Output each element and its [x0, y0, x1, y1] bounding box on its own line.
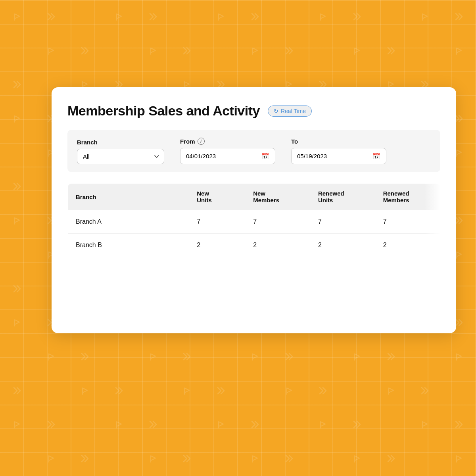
watermark-cell: [136, 340, 170, 374]
refresh-icon: ↻: [274, 108, 278, 114]
watermark-cell: [374, 0, 408, 34]
watermark-cell: [136, 0, 170, 34]
watermark-cell: [0, 204, 34, 238]
watermark-cell: [204, 442, 238, 476]
watermark-cell: [170, 408, 204, 442]
watermark-cell: [272, 442, 306, 476]
to-date-input[interactable]: 05/19/2023 📅: [291, 148, 386, 164]
watermark-cell: [136, 442, 170, 476]
watermark-cell: [0, 102, 34, 136]
watermark-cell: [204, 374, 238, 408]
watermark-cell: [340, 442, 374, 476]
from-filter-group: From i 04/01/2023 📅: [180, 138, 275, 164]
cell-branch-a-renewed-members: 7: [375, 210, 440, 234]
real-time-button[interactable]: ↻ Real Time: [268, 106, 312, 117]
watermark-cell: [340, 374, 374, 408]
watermark-cell: [204, 0, 238, 34]
cell-branch-b-renewed-members: 2: [375, 234, 440, 257]
watermark-cell: [272, 340, 306, 374]
watermark-cell: [306, 0, 340, 34]
watermark-cell: [34, 34, 68, 68]
watermark-cell: [68, 340, 102, 374]
watermark-cell: [68, 408, 102, 442]
from-calendar-icon: 📅: [261, 152, 269, 160]
watermark-cell: [340, 0, 374, 34]
data-table: Branch New Units New Members Renewed Uni…: [67, 183, 440, 257]
watermark-cell: [442, 34, 476, 68]
cell-branch-a: Branch A: [68, 210, 189, 234]
watermark-cell: [0, 170, 34, 204]
watermark-cell: [204, 340, 238, 374]
filters-section: Branch All Branch A Branch B From i 04/0…: [67, 130, 440, 172]
table-body: Branch A 7 7 7 7 Branch B 2 2 2 2: [68, 210, 440, 257]
watermark-cell: [102, 340, 136, 374]
watermark-cell: [374, 374, 408, 408]
watermark-cell: [374, 442, 408, 476]
watermark-cell: [68, 0, 102, 34]
watermark-cell: [68, 374, 102, 408]
cell-branch-b: Branch B: [68, 234, 189, 257]
watermark-cell: [306, 340, 340, 374]
watermark-cell: [0, 136, 34, 170]
watermark-cell: [0, 272, 34, 306]
table-row: Branch B 2 2 2 2: [68, 234, 440, 257]
watermark-cell: [0, 68, 34, 102]
watermark-cell: [238, 408, 272, 442]
watermark-cell: [0, 340, 34, 374]
watermark-cell: [442, 374, 476, 408]
watermark-cell: [0, 442, 34, 476]
watermark-cell: [442, 408, 476, 442]
watermark-cell: [238, 374, 272, 408]
watermark-cell: [340, 340, 374, 374]
col-header-renewed-units: Renewed Units: [310, 184, 375, 210]
watermark-cell: [34, 408, 68, 442]
watermark-cell: [306, 34, 340, 68]
watermark-cell: [0, 374, 34, 408]
watermark-cell: [0, 408, 34, 442]
watermark-cell: [306, 374, 340, 408]
watermark-cell: [408, 0, 442, 34]
watermark-cell: [306, 442, 340, 476]
watermark-cell: [272, 374, 306, 408]
table-row: Branch A 7 7 7 7: [68, 210, 440, 234]
col-header-renewed-members: Renewed Members: [375, 184, 440, 210]
watermark-cell: [408, 34, 442, 68]
watermark-cell: [34, 374, 68, 408]
watermark-cell: [272, 408, 306, 442]
watermark-cell: [442, 340, 476, 374]
card-header: Membership Sales and Activity ↻ Real Tim…: [67, 103, 440, 119]
watermark-cell: [34, 340, 68, 374]
watermark-cell: [170, 340, 204, 374]
watermark-cell: [0, 238, 34, 272]
watermark-cell: [170, 0, 204, 34]
col-header-new-members: New Members: [245, 184, 310, 210]
watermark-cell: [374, 408, 408, 442]
watermark-cell: [102, 34, 136, 68]
cell-branch-b-new-units: 2: [189, 234, 245, 257]
watermark-cell: [136, 374, 170, 408]
watermark-cell: [136, 34, 170, 68]
watermark-cell: [238, 34, 272, 68]
cell-branch-a-renewed-units: 7: [310, 210, 375, 234]
cell-branch-b-renewed-units: 2: [310, 234, 375, 257]
to-date-value: 05/19/2023: [297, 153, 327, 159]
branch-select[interactable]: All Branch A Branch B: [77, 149, 164, 164]
from-label: From i: [180, 138, 275, 145]
to-filter-group: To 05/19/2023 📅: [291, 138, 386, 164]
watermark-cell: [0, 306, 34, 340]
watermark-cell: [170, 34, 204, 68]
watermark-cell: [204, 34, 238, 68]
watermark-cell: [374, 340, 408, 374]
cell-branch-b-new-members: 2: [245, 234, 310, 257]
watermark-cell: [238, 340, 272, 374]
watermark-cell: [0, 34, 34, 68]
cell-branch-a-new-units: 7: [189, 210, 245, 234]
watermark-cell: [408, 374, 442, 408]
from-date-input[interactable]: 04/01/2023 📅: [180, 148, 275, 164]
real-time-label: Real Time: [281, 108, 306, 114]
watermark-cell: [34, 0, 68, 34]
table-wrapper: Branch New Units New Members Renewed Uni…: [67, 183, 440, 257]
watermark-cell: [68, 34, 102, 68]
to-calendar-icon: 📅: [372, 152, 380, 160]
from-info-icon[interactable]: i: [198, 138, 205, 145]
